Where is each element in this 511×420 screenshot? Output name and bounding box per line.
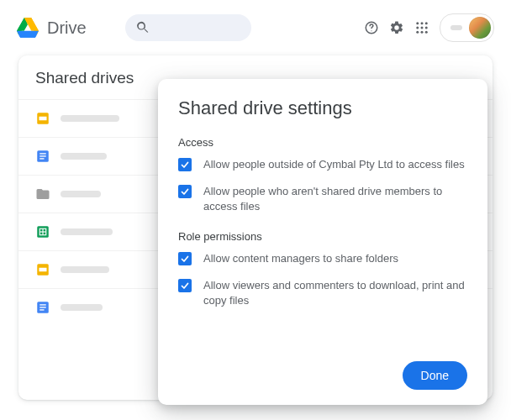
svg-point-8 xyxy=(425,22,428,24)
help-icon[interactable] xyxy=(364,20,379,35)
svg-point-12 xyxy=(416,31,419,34)
svg-point-14 xyxy=(425,31,428,34)
section-label-roles: Role permissions xyxy=(178,230,467,243)
list-item-label-stub xyxy=(61,153,107,160)
product-name: Drive xyxy=(47,18,87,38)
svg-point-7 xyxy=(421,22,424,24)
svg-rect-26 xyxy=(40,268,47,272)
checkbox-icon xyxy=(178,158,192,171)
checkbox-label: Allow people who aren't shared drive mem… xyxy=(203,184,467,214)
header-icons xyxy=(364,13,494,42)
list-item-label-stub xyxy=(61,191,101,197)
account-chip[interactable] xyxy=(440,13,494,42)
search-input[interactable] xyxy=(125,14,251,41)
checkbox-label: Allow content managers to share folders xyxy=(203,251,398,266)
checkbox-label: Allow viewers and commenters to download… xyxy=(203,278,467,308)
checkbox-row[interactable]: Allow content managers to share folders xyxy=(178,251,467,266)
account-label-stub xyxy=(450,25,462,30)
sheets-icon xyxy=(35,224,50,239)
svg-rect-30 xyxy=(40,309,44,310)
list-item-label-stub xyxy=(61,266,109,273)
header: Drive xyxy=(0,0,511,52)
folder-icon xyxy=(35,186,50,202)
settings-icon[interactable] xyxy=(389,20,404,35)
svg-rect-19 xyxy=(40,155,46,156)
logo-area: Drive xyxy=(17,18,87,38)
checkbox-row[interactable]: Allow people outside of Cymbal Pty Ltd t… xyxy=(178,157,467,172)
checkbox-row[interactable]: Allow people who aren't shared drive mem… xyxy=(178,184,467,214)
svg-rect-29 xyxy=(40,307,46,307)
svg-rect-20 xyxy=(40,158,44,159)
apps-icon[interactable] xyxy=(414,20,429,35)
svg-point-13 xyxy=(421,31,424,34)
svg-point-9 xyxy=(416,27,419,29)
svg-point-5 xyxy=(371,30,371,31)
svg-rect-18 xyxy=(40,153,46,154)
slides-icon xyxy=(35,111,50,126)
settings-dialog: Shared drive settings Access Allow peopl… xyxy=(158,79,487,405)
docs-icon xyxy=(35,300,50,315)
list-item-label-stub xyxy=(61,115,119,122)
list-item-label-stub xyxy=(61,304,103,311)
svg-rect-16 xyxy=(40,117,47,121)
list-item-label-stub xyxy=(61,228,113,235)
slides-icon xyxy=(35,262,50,277)
drive-logo-icon xyxy=(17,18,39,38)
done-button[interactable]: Done xyxy=(403,361,467,390)
checkbox-icon xyxy=(178,252,192,265)
svg-point-10 xyxy=(421,27,424,29)
svg-point-11 xyxy=(425,27,428,29)
svg-marker-2 xyxy=(17,31,39,38)
svg-rect-28 xyxy=(40,304,46,305)
svg-point-6 xyxy=(416,22,419,24)
dialog-title: Shared drive settings xyxy=(178,97,467,119)
checkbox-icon xyxy=(178,185,192,198)
search-icon xyxy=(135,20,150,35)
section-label-access: Access xyxy=(178,136,467,149)
avatar xyxy=(469,17,491,39)
checkbox-row[interactable]: Allow viewers and commenters to download… xyxy=(178,278,467,308)
docs-icon xyxy=(35,149,50,164)
checkbox-label: Allow people outside of Cymbal Pty Ltd t… xyxy=(203,157,465,172)
checkbox-icon xyxy=(178,279,192,292)
